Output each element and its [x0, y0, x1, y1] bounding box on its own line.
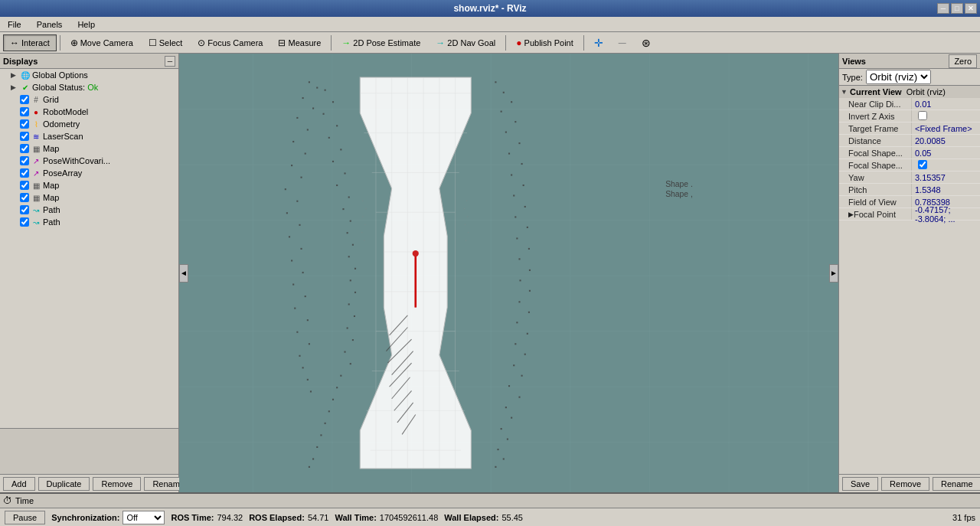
- tree-item-laserscan[interactable]: ▶ ≋ LaserScan: [0, 130, 178, 142]
- tree-item-global-options[interactable]: ▶ 🌐 Global Options: [0, 69, 178, 81]
- target-frame-value[interactable]: <Fixed Frame>: [912, 124, 980, 133]
- svg-rect-76: [296, 201, 298, 202]
- svg-rect-84: [305, 296, 306, 297]
- tree-item-robotmodel[interactable]: ▶ ● RobotModel: [0, 106, 178, 118]
- window-controls[interactable]: ─ □ ✕: [937, 3, 977, 14]
- tree-item-posearray[interactable]: ▶ ↗ PoseArray: [0, 167, 178, 179]
- posewithcovari-icon: ↗: [31, 155, 41, 166]
- yaw-value[interactable]: 3.15357: [912, 173, 980, 182]
- zero-button[interactable]: Zero: [949, 54, 977, 68]
- svg-rect-97: [514, 121, 516, 123]
- path2-checkbox[interactable]: [20, 217, 29, 227]
- view-prop-yaw: Yaw 3.15357: [839, 172, 980, 184]
- select-button[interactable]: ☐ Select: [142, 34, 190, 51]
- publish-point-button[interactable]: ● Publish Point: [509, 34, 580, 51]
- svg-rect-0: [179, 54, 838, 492]
- toolbar-extra-1[interactable]: ✛: [587, 34, 610, 51]
- sync-select[interactable]: Off Exact Approx: [122, 511, 165, 524]
- posearray-checkbox[interactable]: [20, 168, 29, 178]
- viewport-left-arrow[interactable]: ◄: [179, 264, 188, 283]
- map3-checkbox[interactable]: [20, 193, 29, 202]
- wall-time-label: Wall Time:: [335, 513, 376, 522]
- toolbar-extra-3[interactable]: ⊛: [635, 34, 658, 51]
- close-button[interactable]: ✕: [965, 3, 977, 14]
- measure-button[interactable]: ⊟ Measure: [271, 34, 328, 51]
- minimize-button[interactable]: ─: [937, 3, 949, 14]
- svg-rect-132: [365, 208, 366, 209]
- svg-rect-81: [291, 260, 292, 261]
- title-bar: show.rviz* - RViz ─ □ ✕: [0, 0, 980, 17]
- tree-item-grid[interactable]: ▶ # Grid: [0, 93, 178, 106]
- svg-rect-130: [495, 466, 496, 468]
- focal-shape-size-value[interactable]: 0.05: [912, 149, 980, 158]
- tree-item-path1[interactable]: ▶ ↝ Path: [0, 204, 178, 216]
- invert-z-checkbox[interactable]: [918, 111, 927, 120]
- toolbar-extra-1-icon: ✛: [594, 37, 603, 49]
- maximize-button[interactable]: □: [951, 3, 963, 14]
- add-button[interactable]: Add: [3, 477, 35, 491]
- tree-item-odometry[interactable]: ▶ ⌇ Odometry: [0, 118, 178, 130]
- tree-label-global-status: Global Status: Ok: [32, 83, 178, 92]
- odometry-checkbox[interactable]: [20, 119, 29, 129]
- laserscan-checkbox[interactable]: [20, 132, 29, 141]
- map2-checkbox[interactable]: [20, 181, 29, 190]
- grid-checkbox[interactable]: [20, 95, 29, 104]
- remove-view-button[interactable]: Remove: [881, 477, 929, 491]
- pose-estimate-button[interactable]: → 2D Pose Estimate: [335, 34, 427, 51]
- interact-button[interactable]: ↔ Interact: [3, 34, 57, 51]
- interact-icon: ↔: [10, 38, 19, 48]
- tree-item-global-status[interactable]: ▶ ✔ Global Status: Ok: [0, 81, 178, 93]
- toolbar-extra-3-icon: ⊛: [642, 37, 651, 49]
- svg-rect-66: [340, 375, 341, 377]
- pitch-value[interactable]: 1.5348: [912, 185, 980, 194]
- remove-button[interactable]: Remove: [93, 477, 141, 491]
- focus-camera-button[interactable]: ⊙ Focus Camera: [191, 34, 270, 51]
- svg-rect-110: [518, 258, 520, 260]
- wall-time-field: Wall Time: 1704592611.48: [335, 513, 438, 522]
- tree-item-path2[interactable]: ▶ ↝ Path: [0, 216, 178, 228]
- tree-item-map2[interactable]: ▶ ▦ Map: [0, 179, 178, 191]
- displays-collapse-button[interactable]: ─: [165, 56, 175, 67]
- current-view-group[interactable]: ▼ Current View Orbit (rviz): [839, 86, 980, 98]
- tree-item-map1[interactable]: ▶ ▦ Map: [0, 142, 178, 155]
- tree-item-posewithcovari[interactable]: ▶ ↗ PoseWithCovari...: [0, 155, 178, 167]
- robotmodel-checkbox[interactable]: [20, 107, 29, 116]
- robotmodel-error-icon: ●: [31, 106, 41, 117]
- menu-file[interactable]: File: [3, 18, 26, 31]
- svg-rect-118: [514, 343, 516, 345]
- rename-view-button[interactable]: Rename: [933, 477, 980, 491]
- focal-point-label: Focal Point: [854, 210, 896, 219]
- focal-shape-fixed-checkbox[interactable]: [918, 160, 927, 169]
- path1-checkbox[interactable]: [20, 205, 29, 214]
- svg-text:Shape .: Shape .: [665, 180, 693, 188]
- focal-point-expand[interactable]: ▶ Focal Point: [839, 208, 912, 220]
- map2-icon: ▦: [31, 180, 41, 191]
- svg-rect-116: [516, 322, 518, 323]
- map1-checkbox[interactable]: [20, 144, 29, 153]
- distance-value[interactable]: 20.0085: [912, 136, 980, 145]
- pause-button[interactable]: Pause: [5, 511, 45, 524]
- svg-rect-106: [514, 216, 516, 217]
- tree-item-map3[interactable]: ▶ ▦ Map: [0, 191, 178, 204]
- duplicate-button[interactable]: Duplicate: [38, 477, 90, 491]
- nav-goal-button[interactable]: → 2D Nav Goal: [429, 34, 502, 51]
- svg-rect-142: [466, 240, 466, 240]
- menu-help[interactable]: Help: [73, 18, 100, 31]
- svg-rect-125: [511, 417, 512, 419]
- svg-rect-38: [292, 141, 294, 142]
- posewithcovari-checkbox[interactable]: [20, 156, 29, 165]
- move-camera-button[interactable]: ⊕ Move Camera: [64, 34, 140, 51]
- viewport-right-arrow[interactable]: ►: [829, 264, 838, 283]
- yaw-label: Yaw: [839, 172, 912, 183]
- near-clip-value[interactable]: 0.01: [912, 100, 980, 109]
- views-type-select[interactable]: Orbit (rviz): [866, 70, 931, 84]
- menu-panels[interactable]: Panels: [32, 18, 67, 31]
- svg-rect-111: [529, 270, 531, 271]
- viewport[interactable]: ◄: [179, 54, 838, 492]
- svg-rect-82: [302, 272, 304, 273]
- save-view-button[interactable]: Save: [842, 477, 878, 491]
- toolbar-extra-2[interactable]: ─: [612, 34, 633, 51]
- tree-label-map2: Map: [43, 181, 178, 190]
- toolbar-extra-2-icon: ─: [619, 37, 626, 49]
- distance-label: Distance: [839, 135, 912, 146]
